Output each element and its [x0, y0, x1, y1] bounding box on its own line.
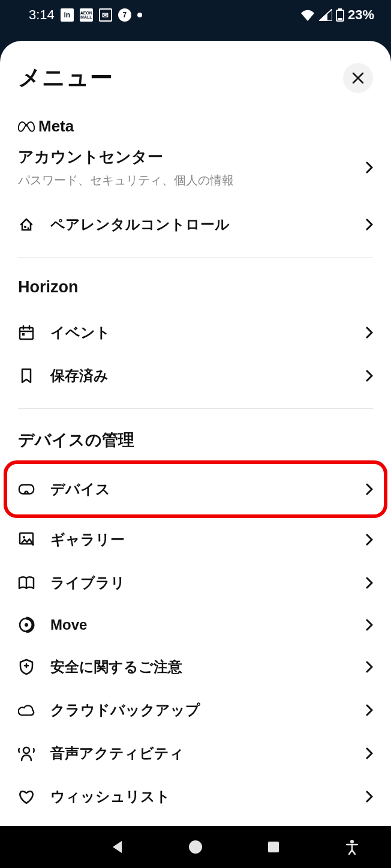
svg-rect-1 — [338, 8, 342, 10]
header: メニュー — [18, 62, 373, 93]
highlight-devices: デバイス — [4, 460, 387, 518]
gallery-row[interactable]: ギャラリー — [18, 518, 373, 561]
chevron-right-icon — [366, 370, 373, 382]
seven-icon: 7 — [118, 8, 131, 22]
page-title: メニュー — [18, 62, 113, 93]
parental-icon — [18, 216, 35, 233]
content-panel: メニュー Meta アカウントセンター パスワード、セキュリティ、個人の情報 ペ… — [0, 41, 391, 826]
meta-brand: Meta — [18, 117, 373, 136]
mall-icon: AEONMALL — [80, 8, 93, 22]
close-icon — [351, 71, 365, 85]
svg-point-12 — [23, 536, 25, 538]
battery-icon — [336, 8, 344, 22]
more-notif-icon — [137, 13, 142, 17]
parental-label: ペアレンタルコントロール — [50, 215, 230, 234]
move-icon — [18, 616, 35, 633]
cloud-label: クラウドバックアップ — [50, 701, 200, 720]
svg-point-18 — [23, 747, 29, 753]
library-label: ライブラリ — [50, 573, 125, 592]
mail-icon: ✉ — [99, 8, 112, 22]
svg-rect-20 — [268, 842, 279, 852]
nav-recent-button[interactable] — [261, 835, 285, 859]
wishlist-row[interactable]: ウィッシュリスト — [18, 775, 373, 818]
shield-icon — [18, 659, 35, 675]
nav-recent-icon — [267, 840, 280, 854]
saved-label: 保存済み — [50, 366, 109, 385]
status-bar: 3:14 in AEONMALL ✉ 7 23% — [0, 0, 391, 30]
voice-label: 音声アクティビティ — [50, 744, 184, 763]
safety-label: 安全に関するご注意 — [50, 657, 182, 677]
chevron-right-icon — [366, 534, 373, 546]
cloud-icon — [18, 702, 35, 719]
system-nav-bar — [0, 826, 391, 868]
divider — [18, 257, 373, 258]
signal-icon — [319, 9, 332, 21]
svg-rect-10 — [19, 485, 34, 494]
voice-activity-row[interactable]: 音声アクティビティ — [18, 732, 373, 775]
book-icon — [18, 574, 35, 591]
heart-icon — [18, 788, 35, 805]
move-label: Move — [50, 616, 87, 633]
events-row[interactable]: イベント — [18, 311, 373, 354]
device-mgmt-title: デバイスの管理 — [18, 429, 373, 451]
nav-back-icon — [110, 839, 125, 855]
svg-point-15 — [25, 623, 28, 627]
move-row[interactable]: Move — [18, 604, 373, 645]
svg-point-3 — [24, 226, 26, 228]
divider — [18, 408, 373, 409]
voice-icon — [18, 745, 35, 762]
devices-label: デバイス — [50, 480, 110, 499]
vr-headset-icon — [18, 481, 35, 498]
account-center-subtitle: パスワード、セキュリティ、個人の情報 — [18, 172, 234, 188]
nav-back-button[interactable] — [106, 835, 130, 859]
svg-point-21 — [350, 840, 354, 843]
chevron-right-icon — [366, 619, 373, 631]
chevron-right-icon — [366, 161, 373, 173]
saved-row[interactable]: 保存済み — [18, 354, 373, 397]
chevron-right-icon — [366, 577, 373, 589]
calendar-icon — [18, 324, 35, 341]
nav-home-icon — [188, 839, 203, 855]
chevron-right-icon — [366, 661, 373, 673]
chevron-right-icon — [366, 327, 373, 339]
nav-accessibility-button[interactable] — [340, 835, 364, 859]
wifi-icon — [300, 9, 315, 21]
chevron-right-icon — [366, 704, 373, 716]
safety-row[interactable]: 安全に関するご注意 — [18, 645, 373, 689]
svg-rect-5 — [20, 328, 33, 339]
events-label: イベント — [50, 323, 110, 342]
svg-rect-9 — [22, 333, 25, 336]
library-row[interactable]: ライブラリ — [18, 561, 373, 604]
wishlist-label: ウィッシュリスト — [50, 787, 170, 806]
chevron-right-icon — [366, 791, 373, 803]
chevron-right-icon — [366, 219, 373, 231]
gallery-icon — [18, 531, 35, 548]
svg-point-4 — [28, 228, 29, 229]
meta-brand-text: Meta — [38, 117, 74, 136]
status-time: 3:14 — [29, 7, 55, 23]
svg-rect-2 — [338, 18, 342, 20]
close-button[interactable] — [343, 63, 373, 93]
chevron-right-icon — [366, 483, 373, 495]
account-center-row[interactable]: アカウントセンター パスワード、セキュリティ、個人の情報 — [18, 146, 373, 188]
battery-text: 23% — [348, 7, 374, 23]
svg-point-19 — [189, 840, 202, 854]
parental-controls-row[interactable]: ペアレンタルコントロール — [18, 197, 373, 246]
account-center-title: アカウントセンター — [18, 146, 234, 167]
bookmark-icon — [18, 367, 35, 384]
devices-row[interactable]: デバイス — [18, 464, 373, 514]
nav-home-button[interactable] — [184, 835, 207, 859]
meta-logo-icon — [18, 121, 35, 133]
chevron-right-icon — [366, 747, 373, 759]
accessibility-icon — [345, 839, 359, 855]
cloud-backup-row[interactable]: クラウドバックアップ — [18, 689, 373, 732]
linkedin-icon: in — [61, 8, 74, 22]
status-right: 23% — [300, 7, 374, 23]
horizon-title: Horizon — [18, 278, 373, 297]
status-left: 3:14 in AEONMALL ✉ 7 — [29, 7, 142, 23]
gallery-label: ギャラリー — [50, 530, 125, 549]
